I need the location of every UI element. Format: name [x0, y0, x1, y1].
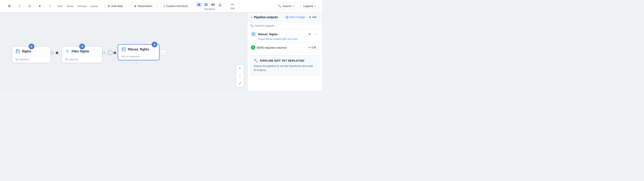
panel-actions: View Lineage ⊕ Add — [285, 14, 318, 20]
output-node-badge[interactable] — [152, 42, 157, 47]
add-output-icon: ⊕ — [309, 16, 311, 19]
svg-point-31 — [287, 18, 288, 18]
output-item-icon — [251, 32, 256, 37]
source-node-badge[interactable] — [28, 44, 34, 49]
lineage-icon — [285, 16, 288, 19]
filter-node-icon — [65, 49, 70, 54]
output-node-title: filtered_flights — [128, 48, 149, 51]
transform-icon-2[interactable] — [203, 2, 209, 7]
panel-title: Pipeline outputs — [254, 16, 278, 19]
output-item-header: filtered_flights ⋯ — [251, 32, 318, 37]
connector-dot-4 — [114, 52, 116, 54]
output-node-expand[interactable]: › — [160, 49, 166, 56]
transform-icon-3[interactable] — [210, 2, 216, 7]
grid-icon: ⁞ — [49, 4, 50, 8]
parameters-button[interactable]: ⊕ Parameters — [131, 3, 156, 9]
svg-rect-4 — [204, 5, 208, 6]
layout-label-item: Layout — [89, 4, 100, 8]
output-item-name: filtered_flights — [258, 32, 305, 36]
source-node-subtitle: 56 columns — [12, 56, 50, 63]
svg-rect-3 — [204, 4, 208, 4]
search-icon: 🔍 — [278, 4, 281, 8]
legend-label: Legend — [304, 4, 313, 8]
tools-group: ✥ ⊹ ⊙ ✦ ⁞ Tools Select Remove Layout — [3, 3, 102, 9]
svg-point-30 — [287, 16, 288, 17]
source-node[interactable]: flights 56 columns — [12, 46, 50, 63]
add-data-label: Add data — [111, 4, 123, 8]
custom-functions-button[interactable]: f Custom functions — [160, 3, 191, 10]
select-tool[interactable]: ⊹ — [14, 3, 24, 9]
edit-columns-label: Edit — [312, 46, 316, 49]
svg-rect-34 — [252, 33, 255, 36]
parameters-group: ⊕ Parameters — [129, 3, 158, 9]
move-icon: ✥ — [8, 4, 11, 8]
search-outputs-input[interactable] — [255, 24, 319, 27]
select-icon: ⊹ — [18, 4, 21, 8]
record-icon: ⊙ — [28, 4, 31, 8]
transform-icons — [196, 2, 223, 7]
search-dropdown-icon: ▼ — [293, 5, 295, 7]
connector-dot-plus[interactable]: + — [108, 50, 113, 55]
filter-node-subtitle: 56 columns — [62, 56, 102, 63]
layout-text: Layout — [91, 5, 98, 8]
connector-dot-1 — [51, 52, 54, 54]
view-lineage-button[interactable]: View Lineage — [285, 16, 305, 19]
edit-text: Edit — [230, 7, 234, 10]
pipeline-status-header: 🔧 PIPELINE NOT YET DEPLOYED — [254, 58, 316, 63]
record-tool[interactable]: ⊙ — [25, 3, 34, 9]
zoom-out-button[interactable]: − — [236, 72, 244, 79]
search-label: Search — [282, 4, 292, 8]
add-data-icon: ⬆ — [108, 4, 110, 8]
grid-tool[interactable]: ⁞ — [45, 3, 54, 9]
filter-node-badge[interactable] — [79, 44, 85, 49]
panel-header-left: « Pipeline outputs — [251, 16, 278, 19]
source-node-title: flights — [22, 50, 31, 53]
columns-status-text: 56/56 required columns — [257, 46, 286, 49]
edit-columns-icon: ✏ — [308, 46, 310, 49]
parameters-label: Parameters — [138, 4, 152, 8]
check-icon: ✓ — [251, 45, 255, 50]
right-panel: « Pipeline outputs View Lineage ⊕ — [247, 12, 322, 90]
magic-tool[interactable]: ✦ — [35, 3, 44, 9]
zoom-in-button[interactable]: + — [236, 65, 244, 72]
add-output-button[interactable]: ⊕ Add — [307, 14, 318, 20]
custom-functions-group: f Custom functions — [159, 3, 193, 10]
legend-dropdown-icon: ▼ — [314, 5, 316, 7]
edit-group: ✏ Edit — [226, 2, 240, 10]
search-outputs: 🔍 — [248, 22, 322, 29]
svg-line-33 — [286, 18, 287, 18]
add-data-button[interactable]: ⬆ Add data — [104, 3, 126, 9]
output-node[interactable]: filtered_flights Not yet deployed › — [118, 44, 160, 60]
output-item-link[interactable]: Output will be created after first build — [251, 37, 318, 40]
edit-columns-button[interactable]: ✏ Edit — [306, 45, 318, 50]
transform-icon-4[interactable] — [217, 2, 223, 7]
output-more-icon[interactable]: ⋯ — [313, 32, 318, 37]
search-outputs-icon: 🔍 — [250, 24, 254, 27]
connector-dot-3 — [102, 52, 105, 54]
output-node-icon — [121, 47, 126, 52]
svg-rect-5 — [212, 4, 213, 6]
view-lineage-label: View Lineage — [289, 16, 305, 19]
add-data-group: ⬆ Add data — [102, 3, 128, 9]
edit-icon: ✏ — [231, 2, 234, 6]
tools-label-item: Tools — [55, 4, 65, 8]
columns-status: ✓ 56/56 required columns ✏ Edit — [248, 43, 322, 53]
output-item-actions: ⋯ — [307, 32, 318, 37]
output-list-icon[interactable] — [307, 32, 312, 37]
zoom-controls: + − ⤢ — [236, 64, 244, 87]
edit-tool[interactable]: ✏ Edit — [228, 2, 238, 10]
filter-node[interactable]: Filter flights 56 columns — [62, 46, 102, 63]
panel-header: « Pipeline outputs View Lineage ⊕ — [248, 12, 322, 22]
pipeline-status: 🔧 PIPELINE NOT YET DEPLOYED Deploy the p… — [250, 55, 319, 75]
pipeline-canvas[interactable]: flights 56 columns — [0, 12, 247, 90]
legend-button[interactable]: Legend ▼ — [301, 3, 319, 9]
filter-node-title: Filter flights — [72, 50, 89, 53]
search-button[interactable]: 🔍 Search ▼ — [275, 3, 298, 9]
transform-icon-1[interactable] — [196, 2, 202, 7]
zoom-fit-button[interactable]: ⤢ — [236, 80, 244, 87]
parameters-icon: ⊕ — [134, 4, 136, 8]
pipeline-status-title: PIPELINE NOT YET DEPLOYED — [260, 59, 304, 62]
panel-collapse-icon[interactable]: « — [251, 16, 253, 19]
move-tool[interactable]: ✥ — [4, 3, 14, 9]
main-area: flights 56 columns — [0, 12, 322, 90]
